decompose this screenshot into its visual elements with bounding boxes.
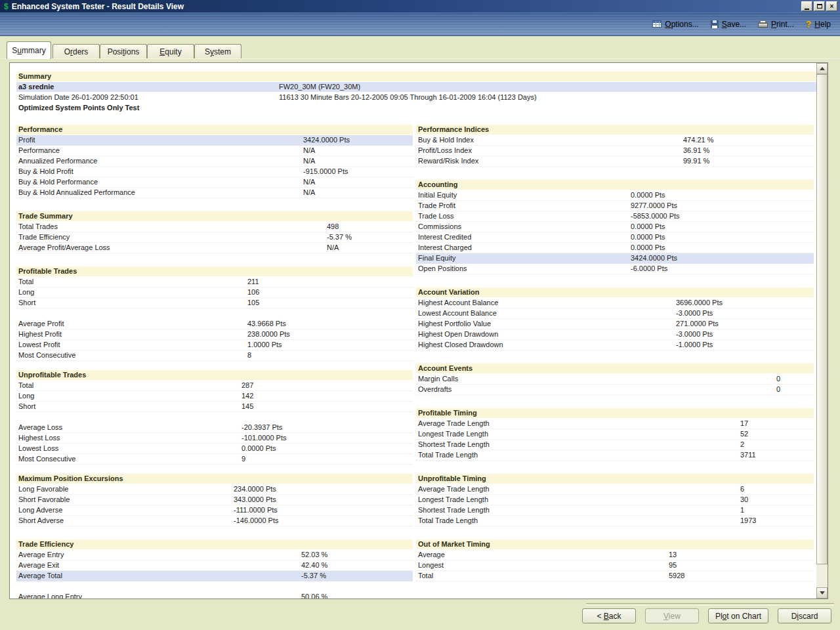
- stat-label: Interest Credited: [418, 232, 471, 242]
- restore-button[interactable]: [814, 1, 825, 11]
- stat-label: Commissions: [418, 222, 461, 232]
- tab-equity[interactable]: Equity: [147, 44, 194, 59]
- stat-row: Shortest Trade Length1: [416, 505, 814, 516]
- stat-label: Overdrafts: [418, 385, 452, 394]
- section-title: Out of Market Timing: [416, 539, 814, 549]
- stat-label: Most Consecutive: [18, 350, 75, 360]
- stat-row: Total5928: [416, 571, 814, 581]
- stat-row: Initial Equity0.0000 Pts: [416, 190, 814, 201]
- stat-row: Most Consecutive8: [16, 350, 413, 361]
- minimize-button[interactable]: [801, 1, 812, 11]
- stat-value: 30: [740, 495, 748, 505]
- stat-row: Buy & Hold Profit-915.0000 Pts: [16, 167, 413, 177]
- stat-label: Highest Closed Drawdown: [418, 340, 503, 350]
- section-account-events: Account EventsMargin Calls0Overdrafts0: [416, 364, 814, 395]
- stat-value: 3696.0000 Pts: [676, 298, 723, 308]
- app-icon: $: [4, 2, 9, 11]
- vertical-scrollbar[interactable]: [816, 63, 828, 598]
- section-title: Performance: [16, 125, 413, 135]
- stat-row: Shortest Trade Length2: [416, 440, 814, 450]
- save-button[interactable]: Save...: [711, 20, 746, 29]
- stat-label: Longest: [418, 560, 444, 570]
- stat-row: Highest Open Drawdown-3.0000 Pts: [416, 329, 814, 340]
- plot-on-chart-button[interactable]: Plot on Chart: [708, 608, 768, 623]
- back-button[interactable]: < Back: [582, 608, 636, 623]
- stat-row: Commissions0.0000 Pts: [416, 222, 814, 232]
- stat-label: Total Trades: [18, 222, 58, 232]
- close-button[interactable]: ×: [826, 1, 837, 11]
- options-button[interactable]: Options...: [652, 20, 698, 29]
- discard-button[interactable]: Discard: [778, 608, 831, 623]
- stat-label: Interest Charged: [418, 243, 472, 253]
- stat-label: Long Favorable: [18, 484, 68, 494]
- scroll-down-icon: [820, 591, 825, 595]
- stat-value: 13: [669, 550, 677, 560]
- stat-value: 9: [242, 454, 245, 464]
- app-window: $ Enhanced System Tester - Result Detail…: [0, 0, 840, 630]
- summary-section-title: Summary: [16, 72, 816, 81]
- stat-label: Total: [418, 571, 433, 581]
- stat-label: Short: [18, 298, 35, 308]
- section-title: Accounting: [416, 180, 814, 190]
- stat-value: -5853.0000 Pts: [631, 211, 680, 221]
- stat-label: Total Trade Length: [418, 450, 478, 460]
- stat-value: 43.9668 Pts: [247, 319, 286, 329]
- tab-system[interactable]: System: [194, 44, 242, 59]
- stat-label: Total: [18, 381, 33, 390]
- stat-row: [16, 308, 413, 319]
- stat-row: Buy & Hold Annualized PerformanceN/A: [16, 188, 413, 198]
- section-title: Performance Indices: [416, 125, 814, 135]
- stat-value: 142: [242, 391, 253, 401]
- stat-label: Buy & Hold Annualized Performance: [18, 188, 135, 198]
- stat-value: 211: [247, 277, 259, 287]
- section-title: Unprofitable Timing: [416, 474, 814, 484]
- scroll-up-button[interactable]: [816, 63, 828, 74]
- stat-label: Highest Loss: [18, 433, 60, 443]
- stat-value: -6.0000 Pts: [631, 264, 667, 274]
- stat-row: Short Adverse-146.0000 Pts: [16, 516, 413, 526]
- stat-value: 0.0000 Pts: [631, 222, 665, 232]
- scroll-down-button[interactable]: [816, 587, 828, 598]
- help-button[interactable]: ? Help: [806, 19, 831, 30]
- stat-label: Most Consecutive: [18, 454, 75, 464]
- stat-label: Highest Open Drawdown: [418, 329, 498, 339]
- stat-value: -101.0000 Pts: [242, 433, 287, 443]
- stat-row: Most Consecutive9: [16, 454, 413, 465]
- stat-value: 106: [247, 287, 259, 297]
- stat-row: Reward/Risk Index99.91 %: [416, 156, 814, 167]
- stat-label: Highest Portfolio Value: [418, 319, 491, 329]
- section-profitable-timing: Profitable TimingAverage Trade Length17L…: [416, 408, 814, 461]
- tab-positions[interactable]: Positions: [100, 44, 147, 59]
- stat-label: Trade Profit: [418, 201, 455, 211]
- stat-label: Profit: [18, 135, 35, 145]
- stat-row: Total Trades498: [16, 222, 413, 232]
- stat-value: N/A: [303, 188, 315, 198]
- stat-value: 50.06 %: [301, 592, 327, 599]
- stat-value: 5928: [669, 571, 684, 581]
- options-icon: [652, 20, 662, 28]
- simulation-date: Simulation Date 26-01-2009 22:50:01: [18, 93, 138, 101]
- print-button[interactable]: Print...: [758, 20, 794, 29]
- simulation-row: Simulation Date 26-01-2009 22:50:01 1161…: [18, 93, 816, 102]
- scroll-up-icon: [820, 67, 825, 70]
- options-label: Options...: [665, 20, 698, 29]
- window-title: Enhanced System Tester - Result Details …: [12, 2, 801, 11]
- footer-bar: < BackViewPlot on ChartDiscard: [0, 599, 840, 630]
- stat-value: 271.0000 Pts: [676, 319, 719, 329]
- scrollbar-thumb[interactable]: [816, 74, 828, 564]
- stat-row: [16, 581, 413, 592]
- stat-label: Long: [18, 287, 34, 297]
- tab-summary[interactable]: Summary: [7, 41, 51, 59]
- content-area: Summary a3 srednie FW20_30M (FW20_30M) S…: [9, 62, 828, 599]
- view-button[interactable]: View: [645, 608, 699, 623]
- stat-value: 9277.0000 Pts: [631, 201, 677, 211]
- section-title: Maximum Position Excursions: [16, 474, 413, 484]
- stat-label: Profit/Loss Index: [418, 146, 472, 156]
- section-title: Trade Efficiency: [16, 539, 413, 549]
- stat-value: N/A: [303, 156, 315, 166]
- section-performance: PerformanceProfit3424.0000 PtsPerformanc…: [16, 125, 413, 198]
- section-profitable-trades: Profitable TradesTotal211Long106Short105…: [16, 266, 413, 361]
- stat-label: Average Trade Length: [418, 484, 490, 494]
- stat-label: Long: [18, 391, 34, 401]
- tab-orders[interactable]: Orders: [52, 44, 100, 59]
